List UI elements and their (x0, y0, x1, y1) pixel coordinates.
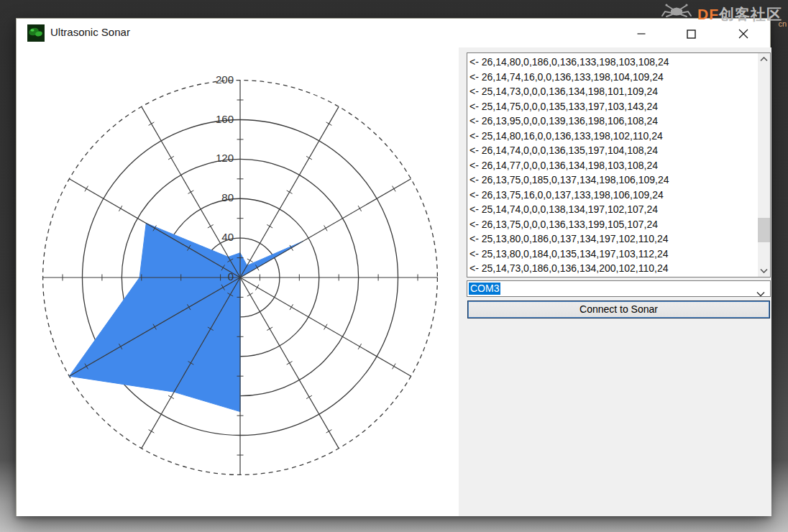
radial-axis-label: 200 (216, 73, 234, 86)
connect-to-sonar-button[interactable]: Connect to Sonar (467, 301, 770, 318)
serial-line[interactable]: <- 26,13,75,0,0,0,136,133,199,105,107,24 (469, 217, 758, 232)
com-port-select[interactable]: COM3 (467, 280, 771, 297)
sonar-sweep-polygon (69, 224, 302, 412)
serial-line[interactable]: <- 25,13,80,0,186,0,137,134,197,102,110,… (469, 231, 758, 247)
chevron-down-icon (760, 268, 768, 273)
app-window: Ultrasonic Sonar 04080120160200 <- 26,14… (16, 18, 771, 516)
close-button[interactable] (731, 23, 756, 45)
radial-axis-label: 80 (221, 191, 234, 203)
serial-line[interactable]: <- 26,13,95,0,0,0,139,136,198,106,108,24 (469, 114, 758, 129)
scroll-down-button[interactable] (758, 265, 770, 277)
close-icon (738, 29, 748, 39)
window-title: Ultrasonic Sonar (50, 26, 130, 38)
title-bar[interactable]: Ultrasonic Sonar (17, 19, 770, 47)
serial-line[interactable]: <- 26,14,74,0,0,0,136,135,197,104,108,24 (469, 143, 758, 158)
maximize-icon (687, 29, 696, 39)
chevron-up-icon (760, 57, 768, 62)
serial-line[interactable]: <- 25,14,74,0,0,0,138,134,197,102,107,24 (469, 202, 758, 217)
scrollbar[interactable] (758, 53, 770, 277)
radial-axis-label: 0 (228, 270, 234, 283)
serial-line[interactable]: <- 25,14,73,0,186,0,136,134,200,102,110,… (469, 261, 758, 276)
serial-line[interactable]: <- 26,13,75,16,0,0,137,133,198,106,109,2… (469, 188, 758, 203)
serial-line[interactable]: <- 26,14,80,0,186,0,136,133,198,103,108,… (469, 55, 758, 70)
serial-line[interactable]: <- 26,14,74,16,0,0,136,133,198,104,109,2… (469, 70, 758, 85)
control-panel: <- 26,14,80,0,186,0,136,133,198,103,108,… (459, 47, 771, 516)
sonar-display: 04080120160200 (17, 47, 459, 516)
radial-axis-label: 120 (216, 152, 234, 164)
radial-axis-label: 160 (216, 113, 234, 125)
scroll-up-button[interactable] (758, 53, 770, 65)
serial-line[interactable]: <- 26,13,75,0,185,0,137,134,198,106,109,… (469, 173, 758, 188)
serial-log-listbox[interactable]: <- 26,14,80,0,186,0,136,133,198,103,108,… (467, 52, 771, 278)
maximize-button[interactable] (679, 23, 703, 45)
watermark-corner-text: cn (778, 19, 787, 28)
serial-line[interactable]: <- 25,14,75,0,0,0,135,133,197,103,143,24 (469, 99, 758, 114)
scroll-thumb[interactable] (758, 218, 770, 242)
serial-log-list-lines: <- 26,14,80,0,186,0,136,133,198,103,108,… (467, 53, 758, 277)
serial-line[interactable]: <- 25,14,73,0,0,0,136,134,198,101,109,24 (469, 84, 758, 99)
sonar-chart-svg: 04080120160200 (17, 47, 459, 516)
minimize-button[interactable] (629, 23, 654, 45)
serial-line[interactable]: <- 25,13,80,0,184,0,135,134,197,103,112,… (469, 247, 758, 262)
serial-line[interactable]: <- 26,14,77,0,0,0,136,134,198,103,108,24 (469, 158, 758, 173)
com-port-selected-value: COM3 (469, 283, 500, 295)
chevron-down-icon[interactable] (756, 287, 765, 300)
minimize-icon (637, 29, 646, 38)
radial-axis-label: 40 (221, 231, 234, 243)
app-icon (27, 24, 45, 42)
serial-line[interactable]: <- 25,14,80,16,0,0,136,133,198,102,110,2… (469, 129, 758, 144)
